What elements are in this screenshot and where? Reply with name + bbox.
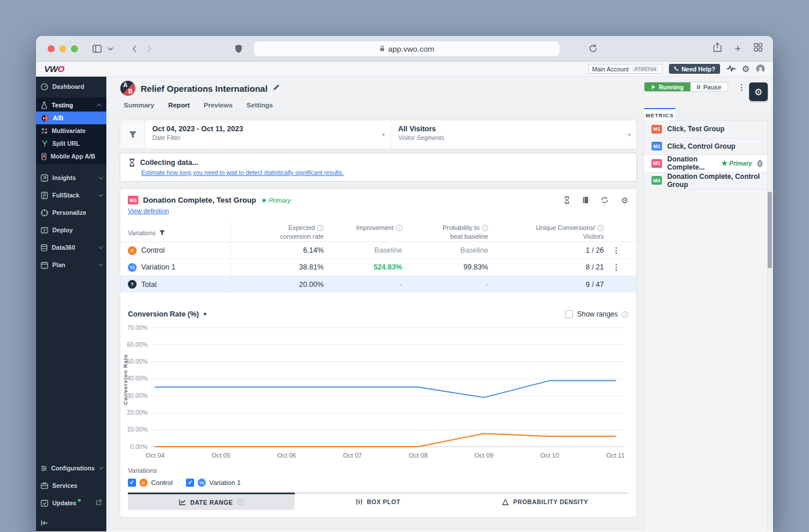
metric-item-m4[interactable]: M4 Donation Complete, Control Group — [644, 172, 767, 190]
activity-pulse-icon[interactable] — [726, 64, 736, 74]
ab-experiment-badge: AB — [120, 81, 135, 96]
refresh-icon[interactable] — [601, 196, 608, 204]
info-icon[interactable]: i — [597, 225, 604, 231]
sidebar-item-split-url[interactable]: Split URL — [36, 137, 106, 150]
metric-item-m1[interactable]: M1 Click, Test Group — [644, 121, 767, 138]
running-button[interactable]: Running — [645, 82, 690, 91]
visitor-segments-dropdown[interactable]: All Visitors Visitor Segments ▾ — [391, 120, 636, 149]
hourglass-icon — [128, 159, 135, 167]
column-filter-icon[interactable] — [159, 230, 165, 236]
reload-icon[interactable] — [589, 44, 597, 53]
dashboard-icon — [41, 83, 48, 91]
tab-box-plot[interactable]: BOX PLOT — [295, 493, 461, 510]
info-icon[interactable]: i — [482, 225, 488, 231]
info-icon[interactable]: i — [757, 160, 763, 167]
info-icon[interactable]: i — [237, 499, 244, 505]
mobile-phone-icon — [41, 153, 46, 160]
metric-report-card: M3 Donation Complete, Test Group ★ Prima… — [120, 189, 636, 517]
notes-icon[interactable] — [582, 196, 589, 204]
edit-title-pencil-icon[interactable] — [273, 83, 280, 94]
minimize-window-button[interactable] — [59, 45, 66, 52]
updates-notification-dot — [78, 499, 81, 502]
show-ranges-checkbox[interactable] — [565, 310, 573, 318]
share-icon[interactable] — [713, 42, 722, 55]
notice-title: Collecting data... — [140, 159, 198, 167]
sidebar-item-services[interactable]: Services — [36, 479, 106, 492]
metric-item-m2[interactable]: M2 Click, Control Group — [644, 138, 767, 156]
maximize-window-button[interactable] — [71, 45, 78, 52]
tab-probability-density[interactable]: PROBABILITY DENSITY — [461, 493, 628, 510]
privacy-shield-icon[interactable] — [235, 44, 242, 53]
metric-item-m3[interactable]: M3 Donation Complete... ★ Primary i — [644, 155, 767, 172]
more-options-kebab-icon[interactable]: ⋮ — [738, 82, 746, 92]
widget-gear-button[interactable]: ⚙ — [749, 82, 768, 101]
estimate-wait-link[interactable]: Estimate how long you need to wait to de… — [141, 169, 343, 176]
new-tab-icon[interactable]: + — [735, 42, 741, 55]
view-definition-link[interactable]: View definition — [128, 207, 169, 214]
experiment-header: AB Relief Operations International Summa… — [106, 77, 773, 109]
sidebar-item-deploy[interactable]: Deploy — [36, 224, 106, 236]
info-icon[interactable]: i — [622, 311, 628, 318]
sidebar-item-dashboard[interactable]: Dashboard — [36, 80, 106, 93]
filter-bar: Oct 04, 2023 - Oct 11, 2023 Date Filter … — [120, 120, 636, 149]
sidebar-item-mobile-app-ab[interactable]: Mobile App A/B — [36, 150, 106, 163]
metrics-panel-tab[interactable]: METRICS — [644, 108, 675, 121]
svg-text:50.00%: 50.00% — [127, 358, 148, 365]
legend-variation1-toggle[interactable]: ✓ V1 Variation 1 — [186, 479, 241, 487]
svg-text:Oct 06: Oct 06 — [277, 452, 296, 459]
collapse-arrow-icon — [41, 520, 48, 526]
filter-funnel-zone[interactable] — [120, 120, 145, 149]
sidebar-item-fullstack[interactable]: FullStack — [36, 189, 106, 202]
legend-control-toggle[interactable]: ✓ C Control — [128, 479, 173, 487]
close-window-button[interactable] — [48, 45, 55, 52]
sidebar-item-updates[interactable]: Updates — [36, 497, 106, 509]
row-kebab-icon[interactable]: ⋮ — [613, 246, 621, 255]
sidebar-item-plan[interactable]: Plan — [36, 258, 106, 271]
flask-icon — [41, 102, 48, 109]
back-button[interactable] — [132, 45, 137, 53]
tab-overview-icon[interactable] — [754, 43, 763, 54]
phone-icon — [674, 66, 679, 71]
checked-checkbox[interactable]: ✓ — [128, 479, 136, 487]
table-row-total: TTotal 20.00% - - 9 / 47 — [120, 276, 636, 293]
sidebar-item-data360[interactable]: Data360 — [36, 241, 106, 254]
metric-m4-badge: M4 — [652, 176, 662, 185]
deploy-icon — [41, 227, 48, 234]
sidebar-item-personalize[interactable]: Personalize — [36, 206, 106, 219]
user-avatar[interactable] — [756, 64, 765, 73]
chevron-down-icon — [98, 244, 103, 249]
density-curve-icon — [502, 499, 509, 505]
vertical-scrollbar[interactable] — [768, 192, 772, 268]
svg-text:Oct 08: Oct 08 — [409, 452, 427, 459]
date-filter-dropdown[interactable]: Oct 04, 2023 - Oct 11, 2023 Date Filter … — [145, 120, 391, 149]
personalize-target-icon — [41, 209, 48, 217]
sidebar-item-testing[interactable]: Testing — [36, 99, 106, 112]
row-kebab-icon[interactable]: ⋮ — [613, 263, 621, 272]
app-header: VWO Main Account #740744 Need Help? ⚙ — [36, 62, 773, 77]
sidebar-item-insights[interactable]: Insights — [36, 171, 106, 184]
chart-metric-dropdown[interactable]: Conversion Rate (%) ▼ — [128, 310, 207, 318]
account-switcher[interactable]: Main Account #740744 — [588, 64, 663, 74]
forward-button[interactable] — [146, 45, 152, 53]
hourglass-icon[interactable] — [564, 196, 570, 204]
y-axis-label: Conversion Rate — [122, 348, 128, 412]
metric-settings-gear-icon[interactable]: ⚙ — [621, 196, 628, 204]
need-help-button[interactable]: Need Help? — [669, 64, 720, 74]
line-chart-icon — [179, 499, 186, 505]
info-icon[interactable]: i — [396, 225, 402, 231]
sidebar-item-configurations[interactable]: Configurations — [36, 462, 106, 475]
settings-gear-icon[interactable]: ⚙ — [742, 64, 750, 73]
sidebar-toggle-icon[interactable] — [92, 45, 102, 53]
collapse-sidebar-button[interactable] — [36, 516, 106, 529]
checked-checkbox[interactable]: ✓ — [186, 479, 194, 487]
svg-text:0.00%: 0.00% — [130, 443, 148, 450]
info-icon[interactable]: i — [317, 225, 324, 231]
address-bar[interactable]: app.vwo.com — [254, 41, 560, 56]
vwo-logo[interactable]: VWO — [44, 64, 64, 74]
tab-group-chevron-icon[interactable] — [108, 47, 113, 51]
sidebar-item-multivariate[interactable]: Multivariate — [36, 124, 106, 137]
sidebar-item-ab[interactable]: A/B — [36, 112, 106, 124]
tab-date-range[interactable]: DATE RANGE i — [128, 493, 295, 510]
pause-button[interactable]: Pause — [690, 82, 728, 91]
browser-chrome: app.vwo.com + — [36, 36, 773, 62]
